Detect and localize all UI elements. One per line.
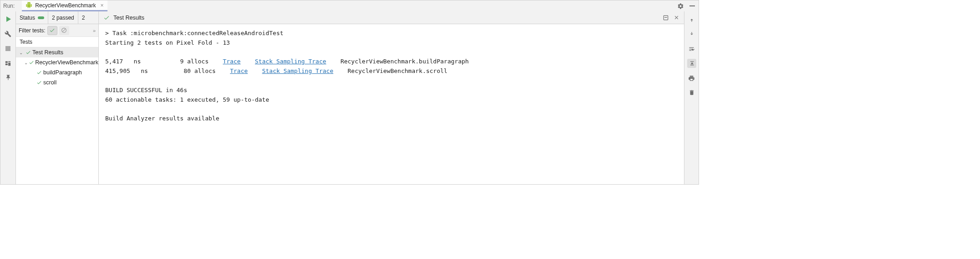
check-icon <box>29 60 34 65</box>
svg-rect-1 <box>5 46 10 51</box>
chevron-down-icon[interactable]: ⌄ <box>24 60 28 65</box>
filter-passed-button[interactable] <box>47 26 57 35</box>
print-icon[interactable] <box>687 73 696 83</box>
run-icon[interactable] <box>4 15 12 23</box>
more-filters-icon[interactable]: » <box>93 28 96 33</box>
stack-trace-link[interactable]: Stack Sampling Trace <box>262 67 333 74</box>
scroll-to-end-icon[interactable] <box>687 59 696 68</box>
check-icon <box>36 80 42 85</box>
trace-link[interactable]: Trace <box>230 67 248 74</box>
tree-test-2[interactable]: scroll <box>16 78 98 88</box>
layout-icon[interactable] <box>4 59 12 67</box>
trace-link[interactable]: Trace <box>223 58 240 65</box>
status-pill-icon <box>38 16 44 19</box>
tree-root[interactable]: ⌄ Test Results <box>16 47 98 57</box>
tests-header: Tests <box>16 37 98 47</box>
gear-icon[interactable] <box>677 2 684 10</box>
total-count: 2 <box>78 11 89 24</box>
tree-root-label: Test Results <box>32 49 63 56</box>
tree-test-2-label: scroll <box>43 79 56 86</box>
tree-suite-label: RecyclerViewBenchmark <box>35 59 98 66</box>
pin-icon[interactable] <box>4 73 12 82</box>
tree-suite[interactable]: ⌄ RecyclerViewBenchmark <box>16 57 98 67</box>
console-output: > Task :microbenchmark:connectedReleaseA… <box>99 24 684 184</box>
trash-icon[interactable] <box>687 88 696 97</box>
tree-test-1-label: buildParagraph <box>43 69 82 76</box>
svg-rect-0 <box>689 5 695 6</box>
close-tab-icon[interactable]: × <box>101 2 104 9</box>
status-cell: Status <box>16 11 48 24</box>
minimize-icon[interactable] <box>689 2 696 10</box>
run-tab-label: RecyclerViewBenchmark <box>35 2 96 9</box>
filter-label: Filter tests: <box>19 27 46 34</box>
check-icon <box>25 50 31 55</box>
run-label: Run: <box>3 3 15 9</box>
filter-ignored-button[interactable] <box>59 26 69 35</box>
passed-count: 2 passed <box>48 11 78 24</box>
android-icon <box>26 2 32 9</box>
up-arrow-icon[interactable] <box>687 15 696 24</box>
export-icon[interactable] <box>663 15 669 21</box>
close-icon[interactable] <box>674 15 679 21</box>
soft-wrap-icon[interactable] <box>687 44 696 53</box>
check-icon <box>36 70 42 75</box>
check-icon <box>103 15 110 21</box>
tree-test-1[interactable]: buildParagraph <box>16 67 98 78</box>
down-arrow-icon[interactable] <box>687 30 696 39</box>
chevron-down-icon[interactable]: ⌄ <box>18 50 24 55</box>
stop-icon[interactable] <box>4 44 12 52</box>
run-tab[interactable]: RecyclerViewBenchmark × <box>22 0 107 11</box>
wrench-icon[interactable] <box>4 30 12 38</box>
stack-trace-link[interactable]: Stack Sampling Trace <box>255 58 327 65</box>
console-title: Test Results <box>113 15 144 21</box>
